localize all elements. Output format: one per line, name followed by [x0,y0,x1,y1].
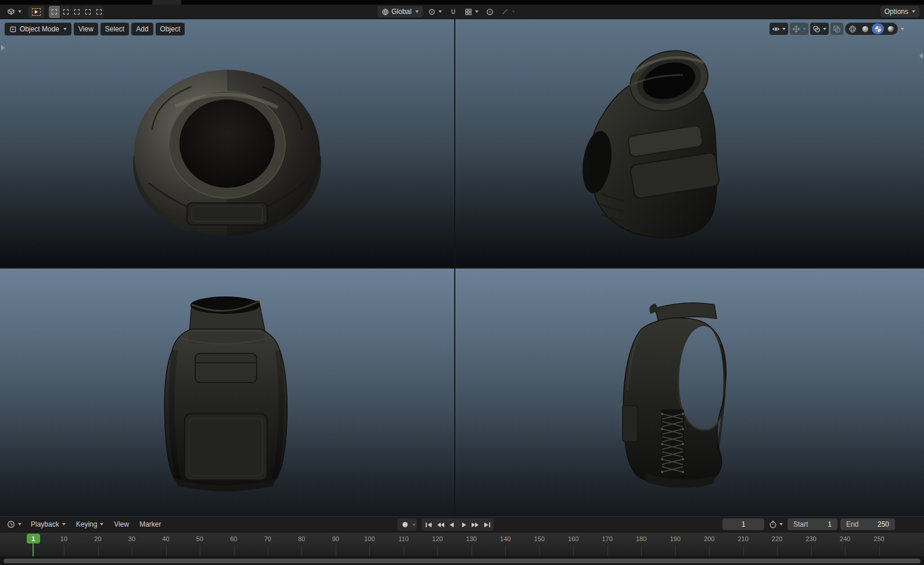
menu-playback[interactable]: Playback [27,518,69,530]
select-mode-invert-button[interactable] [82,6,93,18]
timeline-playhead[interactable]: 1 [27,534,40,543]
snap-settings-dropdown[interactable] [462,6,481,17]
shading-material-preview-button[interactable] [872,23,884,34]
chevron-down-icon [803,28,806,30]
play-reverse-button[interactable] [446,518,458,531]
auto-keying-record-button[interactable] [398,518,411,531]
proportional-falloff-dropdown[interactable] [499,6,517,17]
select-extend-icon [63,9,69,15]
chevron-down-icon [100,523,103,525]
select-mode-intersect-button[interactable] [93,6,104,18]
magnet-icon [450,8,457,16]
timeline-scrollbar-thumb[interactable] [3,559,921,563]
jump-to-start-button[interactable] [423,518,434,531]
shading-rendered-button[interactable] [885,23,897,34]
frame-start-label: Start [793,520,808,528]
ruler-tick: 90 [332,535,339,542]
object-mode-icon [9,26,17,33]
vest-render-top-view [0,19,454,267]
tweak-tool-icon [32,8,41,16]
timeline-scrollbar[interactable] [0,557,924,565]
toggle-xray-button[interactable] [830,23,843,35]
active-tool-tweak-button[interactable] [28,6,44,18]
menu-marker-label: Marker [139,520,161,528]
viewport-quadrant-perspective-view[interactable] [455,19,924,267]
menu-marker[interactable]: Marker [136,518,164,530]
transform-orientation-label: Global [391,8,412,16]
jump-to-next-keyframe-button[interactable] [469,518,481,531]
chevron-down-icon [415,10,419,13]
select-invert-icon [85,9,91,15]
ruler-tick: 180 [636,535,646,542]
region-expand-arrow-right[interactable] [919,53,923,59]
editor-type-dropdown[interactable] [5,6,24,17]
timeline-editor-type-dropdown[interactable] [5,518,24,530]
viewport-quadrant-top-view[interactable] [0,19,454,267]
play-button[interactable] [458,518,469,531]
transform-orientation-dropdown[interactable]: Global [377,6,423,17]
shading-wireframe-button[interactable] [846,23,858,34]
mode-dropdown[interactable]: Object Mode [5,23,71,35]
jump-to-prev-keyframe-button[interactable] [434,518,446,531]
menu-add-label: Add [136,25,148,33]
frame-start-field[interactable]: Start 1 [788,518,837,530]
menu-select[interactable]: Select [100,23,129,35]
ruler-tick: 110 [398,535,409,542]
auto-keying-group [397,518,417,531]
menu-keying[interactable]: Keying [73,518,107,530]
next-keyframe-icon [471,521,480,528]
object-types-visibility-dropdown[interactable] [770,23,788,35]
ruler-tick: 220 [772,535,782,542]
timeline-editor: Playback Keying View Marker [0,516,924,565]
chevron-down-icon [512,10,515,13]
ruler-tick: 150 [534,535,545,542]
menu-add[interactable]: Add [131,23,153,35]
select-mode-set-button[interactable] [49,6,60,18]
chevron-down-icon [18,10,21,13]
gizmos-dropdown[interactable] [790,23,808,35]
ruler-tick: 250 [873,535,884,542]
overlays-dropdown[interactable] [810,23,829,35]
chevron-down-icon [438,10,442,13]
menu-object-label: Object [160,25,181,33]
eye-icon [772,25,780,33]
menu-view[interactable]: View [74,23,98,35]
viewport-quadrant-front-view[interactable] [0,269,454,516]
auto-keying-chevron-icon[interactable] [412,524,416,526]
frame-end-label: End [846,520,858,528]
orientation-global-icon [382,8,389,16]
timeline-ruler[interactable]: 1020304050607080901001101201301401501601… [0,532,924,557]
shading-solid-button[interactable] [859,23,871,34]
ruler-tick: 160 [568,535,578,542]
editor-3d-viewport-icon [7,8,15,16]
select-mode-subtract-button[interactable] [71,6,82,18]
options-dropdown[interactable]: Options [880,6,919,17]
jump-to-start-icon [425,521,433,528]
select-mode-group [49,6,104,18]
select-set-icon [52,9,57,15]
menu-object[interactable]: Object [156,23,185,35]
current-frame-field[interactable]: 1 [722,518,764,530]
snap-toggle-button[interactable] [447,6,459,17]
xray-icon [833,25,841,33]
use-preview-range-button[interactable] [767,520,785,528]
frame-end-field[interactable]: End 250 [840,518,895,530]
ruler-tick: 30 [128,535,135,542]
menu-timeline-view[interactable]: View [110,518,132,530]
ruler-tick: 70 [264,535,271,542]
shading-dropdown-chevron-icon[interactable] [901,28,904,30]
chevron-down-icon [823,28,826,30]
jump-to-end-button[interactable] [481,518,492,531]
region-expand-arrow-left[interactable] [1,45,5,51]
select-mode-extend-button[interactable] [60,6,71,18]
menu-keying-label: Keying [76,520,98,528]
ruler-tick: 190 [670,535,680,542]
pivot-point-dropdown[interactable] [426,6,444,17]
viewport-3d: Object Mode View Select Add Object [0,19,924,516]
topbar: Global [0,5,924,19]
options-label: Options [885,8,908,16]
proportional-editing-toggle[interactable] [484,6,496,17]
chevron-down-icon [782,28,786,30]
ruler-tick: 120 [432,535,443,542]
viewport-quadrant-side-view[interactable] [455,269,924,516]
